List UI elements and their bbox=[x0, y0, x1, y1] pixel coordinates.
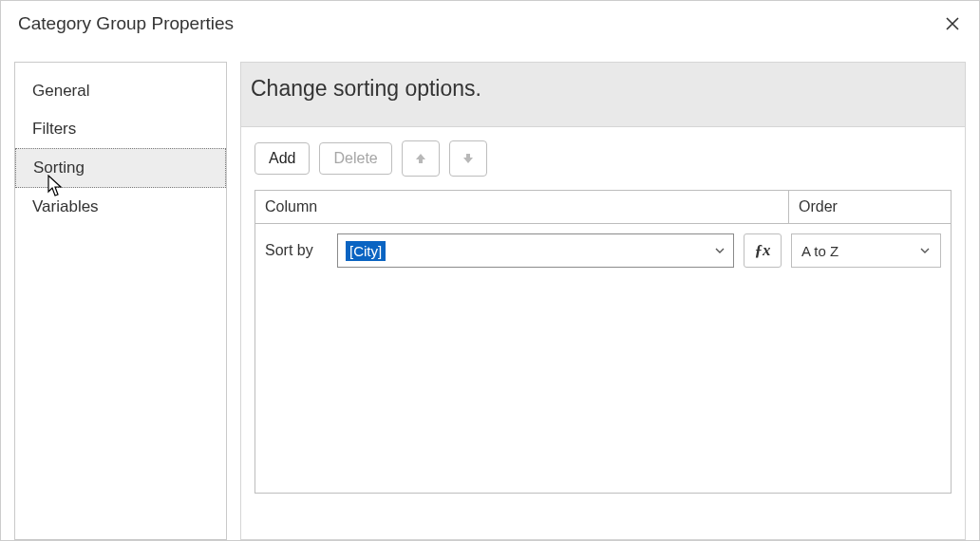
sidebar-item-label: Filters bbox=[32, 120, 76, 138]
content-header: Change sorting options. bbox=[240, 62, 966, 126]
move-down-button[interactable] bbox=[449, 140, 487, 177]
sidebar-item-general[interactable]: General bbox=[15, 72, 226, 110]
sort-toolbar: Add Delete bbox=[254, 140, 952, 177]
delete-button[interactable]: Delete bbox=[319, 142, 391, 175]
sort-table: Column Order Sort by [City] ƒx bbox=[254, 190, 952, 494]
sort-order-value: A to Z bbox=[801, 243, 839, 259]
sidebar-item-label: Variables bbox=[32, 197, 99, 215]
chevron-down-icon bbox=[919, 243, 931, 259]
titlebar: Category Group Properties bbox=[1, 1, 979, 50]
close-button[interactable] bbox=[939, 10, 966, 37]
expression-builder-button[interactable]: ƒx bbox=[744, 233, 782, 268]
content-heading: Change sorting options. bbox=[251, 76, 955, 102]
arrow-down-icon bbox=[462, 152, 475, 165]
arrow-up-icon bbox=[414, 152, 427, 165]
fx-icon: ƒx bbox=[755, 241, 771, 260]
dialog-window: Category Group Properties General Filter… bbox=[0, 0, 980, 541]
table-row: Sort by [City] ƒx A to Z bbox=[255, 224, 951, 277]
table-header-order: Order bbox=[789, 191, 951, 223]
sort-by-label: Sort by bbox=[265, 242, 328, 259]
content-area: Change sorting options. Add Delete Colum… bbox=[240, 62, 966, 540]
table-header: Column Order bbox=[255, 191, 951, 224]
sidebar-item-variables[interactable]: Variables bbox=[15, 188, 226, 226]
sidebar-item-filters[interactable]: Filters bbox=[15, 110, 226, 148]
close-icon bbox=[945, 16, 960, 31]
table-header-column: Column bbox=[255, 191, 789, 223]
sort-order-combo[interactable]: A to Z bbox=[791, 233, 941, 268]
sort-expression-combo[interactable]: [City] bbox=[337, 233, 734, 268]
move-up-button[interactable] bbox=[402, 140, 440, 177]
add-button[interactable]: Add bbox=[254, 142, 310, 175]
chevron-down-icon bbox=[714, 243, 726, 259]
sidebar-item-sorting[interactable]: Sorting bbox=[15, 148, 226, 188]
content-panel: Add Delete Column Order Sort by bbox=[240, 126, 966, 540]
dialog-title: Category Group Properties bbox=[18, 13, 234, 34]
sort-expression-value: [City] bbox=[346, 241, 386, 261]
sidebar: General Filters Sorting Variables bbox=[14, 62, 227, 540]
sidebar-item-label: Sorting bbox=[33, 159, 85, 177]
sidebar-item-label: General bbox=[32, 82, 89, 100]
dialog-body: General Filters Sorting Variables Change… bbox=[1, 50, 979, 540]
